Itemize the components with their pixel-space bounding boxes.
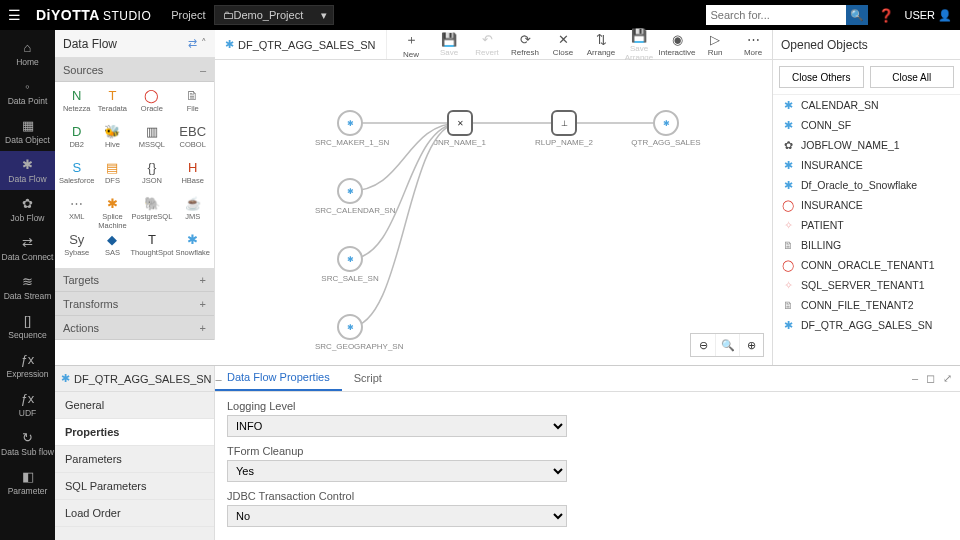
maximize-icon[interactable]: ⤢	[943, 372, 952, 385]
node-jnr_name_1[interactable]: ✕JNR_NAME_1	[425, 110, 495, 147]
opened-df_qtr_agg_sales_sn[interactable]: ✱DF_QTR_AGG_SALES_SN	[773, 315, 960, 335]
tool-arrange[interactable]: ⇅Arrange	[582, 32, 620, 57]
nav-home[interactable]: ⌂Home	[0, 34, 55, 73]
prop-logging-level[interactable]: INFO	[227, 415, 567, 437]
palette-section-targets[interactable]: Targets+	[55, 268, 214, 292]
source-oracle[interactable]: ◯Oracle	[130, 86, 173, 120]
minimize-icon[interactable]: –	[912, 372, 918, 385]
zoom-in-icon[interactable]: ⊕	[739, 334, 763, 356]
nav-data-object[interactable]: ▦Data Object	[0, 112, 55, 151]
palette-section-actions[interactable]: Actions+	[55, 316, 214, 340]
nav-sequence[interactable]: []Sequence	[0, 307, 55, 346]
source-xml[interactable]: ⋯XML	[59, 194, 94, 228]
opened-billing[interactable]: 🗎BILLING	[773, 235, 960, 255]
source-hive[interactable]: 🐝Hive	[96, 122, 128, 156]
panel-menu-general[interactable]: General	[55, 392, 214, 419]
search-input[interactable]	[706, 5, 846, 25]
tool-revert: ↶Revert	[468, 32, 506, 57]
tool-more[interactable]: ⋯More	[734, 32, 772, 57]
opened-conn_file_tenant2[interactable]: 🗎CONN_FILE_TENANT2	[773, 295, 960, 315]
user-menu[interactable]: USER 👤	[904, 9, 952, 22]
prop-tform-cleanup[interactable]: Yes	[227, 460, 567, 482]
palette-section-transforms[interactable]: Transforms+	[55, 292, 214, 316]
opened-df_oracle_to_snowflake[interactable]: ✱Df_Oracle_to_Snowflake	[773, 175, 960, 195]
palette-section-sources[interactable]: Sources–	[55, 58, 214, 82]
zoom-reset-icon[interactable]: 🔍	[715, 334, 739, 356]
source-sas[interactable]: ◆SAS	[96, 230, 128, 264]
search-button[interactable]: 🔍	[846, 5, 868, 25]
panel-tab-script[interactable]: Script	[342, 366, 394, 391]
prop-jdbc-transaction-control[interactable]: No	[227, 505, 567, 527]
swap-icon[interactable]: ⇄	[188, 37, 197, 50]
tool-refresh[interactable]: ⟳Refresh	[506, 32, 544, 57]
project-label: Project	[171, 9, 205, 21]
source-file[interactable]: 🗎File	[175, 86, 210, 120]
source-jms[interactable]: ☕JMS	[175, 194, 210, 228]
opened-jobflow_name_1[interactable]: ✿JOBFLOW_NAME_1	[773, 135, 960, 155]
opened-objects-panel: Opened Objects Close Others Close All ✱C…	[772, 30, 960, 365]
tool-close[interactable]: ✕Close	[544, 32, 582, 57]
panel-menu-load-order[interactable]: Load Order	[55, 500, 214, 527]
node-qtr_agg_sales[interactable]: ✱QTR_AGG_SALES	[631, 110, 701, 147]
close-all-button[interactable]: Close All	[870, 66, 955, 88]
project-selector[interactable]: 🗀 Demo_Project▾	[214, 5, 334, 25]
tab-dataflow[interactable]: ✱DF_QTR_AGG_SALES_SN	[215, 30, 387, 59]
nav-data-connect[interactable]: ⇄Data Connect	[0, 229, 55, 268]
canvas[interactable]: ⊖ 🔍 ⊕ ✱SRC_MAKER_1_SN✱SRC_CALENDAR_SN✱SR…	[215, 60, 772, 365]
source-netezza[interactable]: NNetezza	[59, 86, 94, 120]
nav-data-flow[interactable]: ✱Data Flow	[0, 151, 55, 190]
opened-conn_oracle_tenant1[interactable]: ◯CONN_ORACLE_TENANT1	[773, 255, 960, 275]
node-src_calendar_sn[interactable]: ✱SRC_CALENDAR_SN	[315, 178, 385, 215]
collapse-icon[interactable]: ˄	[201, 37, 207, 50]
source-cobol[interactable]: EBCCOBOL	[175, 122, 210, 156]
zoom-out-icon[interactable]: ⊖	[691, 334, 715, 356]
node-src_geography_sn[interactable]: ✱SRC_GEOGRAPHY_SN	[315, 314, 385, 351]
close-others-button[interactable]: Close Others	[779, 66, 864, 88]
node-src_maker_1_sn[interactable]: ✱SRC_MAKER_1_SN	[315, 110, 385, 147]
source-teradata[interactable]: TTeradata	[96, 86, 128, 120]
node-src_sale_sn[interactable]: ✱SRC_SALE_SN	[315, 246, 385, 283]
logo: DiYOTTASTUDIO	[36, 7, 151, 23]
restore-icon[interactable]: ◻	[926, 372, 935, 385]
tool-interactive[interactable]: ◉Interactive	[658, 32, 696, 57]
opened-insurance[interactable]: ◯INSURANCE	[773, 195, 960, 215]
nav-job-flow[interactable]: ✿Job Flow	[0, 190, 55, 229]
opened-patient[interactable]: ✧PATIENT	[773, 215, 960, 235]
prop-label: Logging Level	[227, 400, 948, 412]
source-json[interactable]: {}JSON	[130, 158, 173, 192]
source-splice-machine[interactable]: ✱Splice Machine	[96, 194, 128, 228]
opened-objects-title: Opened Objects	[773, 30, 960, 60]
source-snowflake[interactable]: ✱Snowflake	[175, 230, 210, 264]
node-rlup_name_2[interactable]: ⊥RLUP_NAME_2	[529, 110, 599, 147]
source-dfs[interactable]: ▤DFS	[96, 158, 128, 192]
opened-sql_server_tenant1[interactable]: ✧SQL_SERVER_TENANT1	[773, 275, 960, 295]
source-sybase[interactable]: SySybase	[59, 230, 94, 264]
nav-expression[interactable]: ƒxExpression	[0, 346, 55, 385]
panel-menu-parameters[interactable]: Parameters	[55, 446, 214, 473]
help-icon[interactable]: ❓	[878, 8, 894, 23]
opened-calendar_sn[interactable]: ✱CALENDAR_SN	[773, 95, 960, 115]
source-postgresql[interactable]: 🐘PostgreSQL	[130, 194, 173, 228]
tool-run[interactable]: ▷Run	[696, 32, 734, 57]
source-thoughtspot[interactable]: TThoughtSpot	[130, 230, 173, 264]
opened-conn_sf[interactable]: ✱CONN_SF	[773, 115, 960, 135]
panel-tab-data-flow-properties[interactable]: Data Flow Properties	[215, 366, 342, 391]
nav-parameter[interactable]: ◧Parameter	[0, 463, 55, 502]
nav-udf[interactable]: ƒxUDF	[0, 385, 55, 424]
source-hbase[interactable]: HHBase	[175, 158, 210, 192]
source-salesforce[interactable]: SSalesforce	[59, 158, 94, 192]
nav-data-point[interactable]: ◦Data Point	[0, 73, 55, 112]
source-db2[interactable]: DDB2	[59, 122, 94, 156]
nav-data-stream[interactable]: ≋Data Stream	[0, 268, 55, 307]
palette: Sources– NNetezzaTTeradata◯Oracle🗎FileDD…	[55, 58, 215, 340]
nav-data-sub-flow[interactable]: ↻Data Sub flow	[0, 424, 55, 463]
panel-menu-properties[interactable]: Properties	[55, 419, 214, 446]
top-bar: ☰ DiYOTTASTUDIO Project 🗀 Demo_Project▾ …	[0, 0, 960, 30]
menu-icon[interactable]: ☰	[8, 7, 24, 23]
opened-insurance[interactable]: ✱INSURANCE	[773, 155, 960, 175]
prop-label: JDBC Transaction Control	[227, 490, 948, 502]
canvas-tabs: ✱DF_QTR_AGG_SALES_SN ＋New💾Save↶Revert⟳Re…	[215, 30, 772, 60]
tool-new[interactable]: ＋New	[392, 31, 430, 59]
source-mssql[interactable]: ▥MSSQL	[130, 122, 173, 156]
panel-menu-sql-parameters[interactable]: SQL Parameters	[55, 473, 214, 500]
